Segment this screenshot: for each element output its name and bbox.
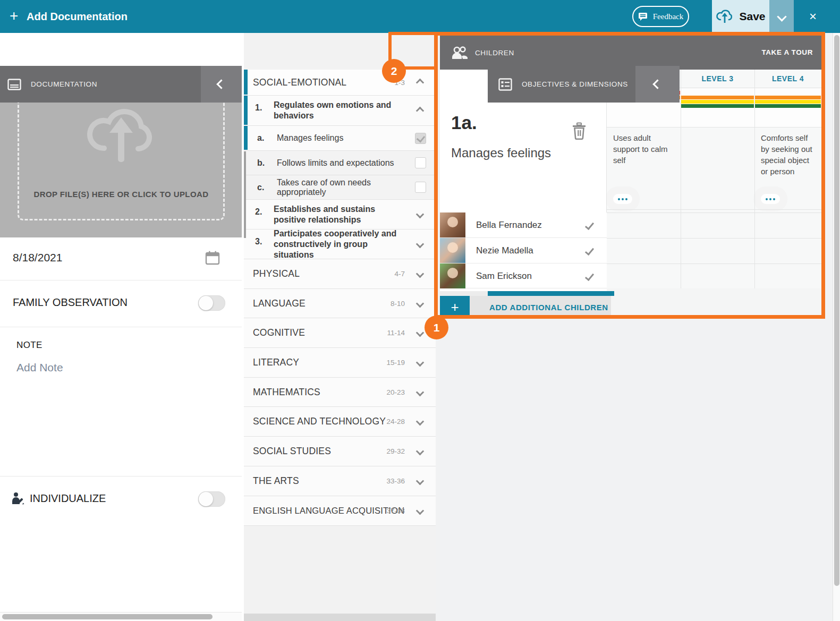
page-vertical-scrollbar bbox=[833, 33, 840, 621]
dimension-1b[interactable]: b. Follows limits and expectations bbox=[244, 151, 436, 175]
top-bar: + Add Documentation Feedback Save × bbox=[0, 0, 840, 33]
calendar-icon[interactable] bbox=[205, 250, 220, 266]
dimension-1a[interactable]: a. Manages feelings bbox=[244, 126, 436, 151]
children-icon bbox=[451, 45, 469, 60]
scrollbar-thumb[interactable] bbox=[488, 291, 614, 296]
category-range: 24-28 bbox=[386, 418, 405, 426]
add-additional-children-label: ADD ADDITIONAL CHILDREN bbox=[489, 303, 608, 312]
close-button[interactable]: × bbox=[800, 0, 826, 33]
category-accent bbox=[244, 70, 248, 95]
chevron-down-icon bbox=[416, 477, 425, 486]
category-the-arts[interactable]: THE ARTS 33-36 bbox=[244, 466, 436, 496]
dimension-letter: b. bbox=[257, 158, 265, 168]
feedback-button[interactable]: Feedback bbox=[632, 6, 689, 27]
category-mathematics[interactable]: MATHEMATICS 20-23 bbox=[244, 378, 436, 407]
chevron-left-icon bbox=[216, 79, 226, 89]
category-science-technology[interactable]: SCIENCE AND TECHNOLOGY 24-28 bbox=[244, 407, 436, 437]
chevron-down-icon bbox=[416, 210, 425, 219]
child-row[interactable]: Nezie Madella bbox=[440, 238, 607, 263]
individualize-row: INDIVIDUALIZE bbox=[0, 476, 242, 524]
individualize-icon bbox=[11, 491, 26, 506]
check-icon bbox=[585, 246, 594, 256]
chevron-up-icon bbox=[416, 78, 425, 87]
level-3-header: LEVEL 3 bbox=[681, 70, 754, 88]
category-label: SOCIAL-EMOTIONAL bbox=[253, 77, 346, 88]
add-documentation-window: + Add Documentation Feedback Save × DOCU… bbox=[0, 0, 840, 621]
level-4-cell: Comforts self by seeking out special obj… bbox=[754, 127, 821, 209]
documentation-icon bbox=[7, 79, 21, 90]
category-label: MATHEMATICS bbox=[253, 387, 320, 398]
cloud-upload-icon bbox=[85, 103, 157, 165]
objective-1[interactable]: 1. Regulates own emotions and behaviors bbox=[244, 96, 436, 126]
level-2-more-button[interactable] bbox=[613, 194, 632, 204]
category-english-language-acquisition[interactable]: ENGLISH LANGUAGE ACQUISITION 37-38 bbox=[244, 496, 436, 526]
level-4-orange-band bbox=[755, 96, 821, 99]
dimension-label: Follows limits and expectations bbox=[277, 158, 404, 168]
documentation-panel-header: DOCUMENTATION bbox=[0, 66, 201, 103]
file-dropzone[interactable]: DROP FILE(S) HERE OR CLICK TO UPLOAD bbox=[18, 86, 225, 220]
children-panel-title: CHILDREN bbox=[475, 49, 514, 57]
category-literacy[interactable]: LITERACY 15-19 bbox=[244, 348, 436, 378]
dimension-code: 1a. bbox=[451, 112, 477, 133]
category-language[interactable]: LANGUAGE 8-10 bbox=[244, 289, 436, 318]
category-range: 4-7 bbox=[394, 270, 405, 278]
objective-2[interactable]: 2. Establishes and sustains positive rel… bbox=[244, 200, 436, 229]
level-4-more-button[interactable] bbox=[761, 194, 780, 204]
child-avatar bbox=[440, 238, 465, 263]
dimension-checkbox[interactable] bbox=[415, 182, 426, 193]
child-name: Nezie Madella bbox=[476, 245, 533, 256]
toggle-knob bbox=[199, 296, 213, 310]
category-label: PHYSICAL bbox=[253, 268, 300, 279]
level-4-yellow-band bbox=[755, 100, 821, 104]
chevron-down-icon bbox=[777, 12, 786, 21]
category-label: LITERACY bbox=[253, 357, 299, 368]
category-range: 8-10 bbox=[391, 300, 405, 308]
individualize-toggle[interactable] bbox=[198, 491, 225, 507]
category-label: ENGLISH LANGUAGE ACQUISITION bbox=[253, 506, 404, 516]
category-physical[interactable]: PHYSICAL 4-7 bbox=[244, 259, 436, 289]
objectives-scrollbar-thumb[interactable] bbox=[244, 151, 246, 238]
objectives-collapse-button[interactable] bbox=[635, 66, 680, 103]
trash-icon[interactable] bbox=[571, 122, 587, 140]
child-avatar bbox=[440, 263, 465, 288]
dimension-checkbox-checked[interactable] bbox=[415, 133, 426, 144]
chevron-down-icon bbox=[416, 388, 425, 396]
save-button[interactable]: Save bbox=[712, 0, 769, 33]
child-avatar bbox=[440, 212, 465, 237]
date-input[interactable] bbox=[13, 251, 146, 264]
objective-label: Regulates own emotions and behaviors bbox=[274, 100, 408, 121]
category-range: 33-36 bbox=[386, 477, 405, 485]
objectives-panel-title: OBJECTIVES & DIMENSIONS bbox=[522, 80, 628, 88]
category-range: 1-3 bbox=[394, 79, 405, 87]
note-input[interactable] bbox=[16, 361, 229, 457]
level-label: LEVEL 3 bbox=[701, 74, 733, 83]
category-social-emotional[interactable]: SOCIAL-EMOTIONAL 1-3 bbox=[244, 70, 436, 96]
child-name: Sam Erickson bbox=[476, 271, 532, 282]
chevron-down-icon bbox=[416, 270, 425, 278]
category-social-studies[interactable]: SOCIAL STUDIES 29-32 bbox=[244, 437, 436, 466]
category-cognitive[interactable]: COGNITIVE 11-14 bbox=[244, 318, 436, 348]
grid-row-border bbox=[607, 209, 821, 210]
objective-3[interactable]: 3. Participates cooperatively and constr… bbox=[244, 229, 436, 259]
scrollbar-thumb[interactable] bbox=[834, 35, 839, 586]
category-range: 20-23 bbox=[386, 388, 405, 396]
documentation-collapse-button[interactable] bbox=[201, 66, 242, 103]
dimension-1c[interactable]: c. Takes care of own needs appropriately bbox=[244, 175, 436, 200]
level-4-header: LEVEL 4 bbox=[754, 70, 821, 88]
dropzone-text: DROP FILE(S) HERE OR CLICK TO UPLOAD bbox=[19, 190, 223, 199]
check-icon bbox=[585, 271, 594, 281]
dimension-checkbox[interactable] bbox=[415, 157, 426, 168]
child-row[interactable]: Sam Erickson bbox=[440, 263, 607, 288]
objectives-panel: OBJECTIVES & DIMENSIONS SOCIAL-EMOTIONAL… bbox=[244, 33, 436, 621]
save-options-button[interactable] bbox=[769, 0, 794, 33]
take-a-tour-button[interactable]: TAKE A TOUR bbox=[761, 48, 813, 56]
objectives-horizontal-scrollbar bbox=[244, 614, 436, 621]
family-observation-toggle[interactable] bbox=[198, 295, 225, 311]
grid-column-border bbox=[754, 70, 755, 288]
level-3-orange-band bbox=[681, 96, 754, 99]
date-field-row bbox=[0, 237, 242, 280]
objective-number: 2. bbox=[255, 207, 262, 217]
scrollbar-thumb[interactable] bbox=[2, 614, 213, 619]
child-row[interactable]: Bella Fernandez bbox=[440, 212, 607, 238]
add-additional-children-button[interactable]: + ADD ADDITIONAL CHILDREN bbox=[440, 296, 611, 319]
